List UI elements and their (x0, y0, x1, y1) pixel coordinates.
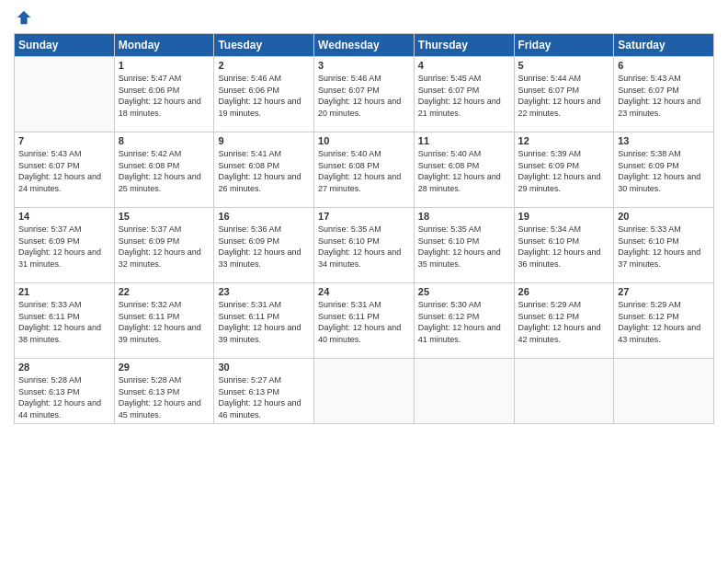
day-info: Sunrise: 5:44 AMSunset: 6:07 PMDaylight:… (518, 73, 610, 119)
day-info: Sunrise: 5:33 AMSunset: 6:11 PMDaylight:… (18, 299, 110, 345)
calendar-cell (314, 359, 415, 424)
calendar-cell: 30Sunrise: 5:27 AMSunset: 6:13 PMDayligh… (214, 359, 314, 424)
day-info: Sunrise: 5:29 AMSunset: 6:12 PMDaylight:… (518, 299, 610, 345)
day-number: 3 (318, 60, 410, 71)
calendar-cell: 26Sunrise: 5:29 AMSunset: 6:12 PMDayligh… (514, 283, 614, 359)
calendar-cell: 18Sunrise: 5:35 AMSunset: 6:10 PMDayligh… (414, 208, 514, 283)
day-number: 25 (418, 286, 510, 297)
calendar-cell: 1Sunrise: 5:47 AMSunset: 6:06 PMDaylight… (114, 57, 214, 132)
calendar-cell: 20Sunrise: 5:33 AMSunset: 6:10 PMDayligh… (614, 208, 714, 283)
week-row-2: 14Sunrise: 5:37 AMSunset: 6:09 PMDayligh… (15, 208, 714, 283)
header-day-tuesday: Tuesday (214, 34, 314, 57)
week-row-1: 7Sunrise: 5:43 AMSunset: 6:07 PMDaylight… (15, 132, 714, 208)
day-number: 10 (318, 135, 410, 146)
day-number: 20 (618, 211, 710, 222)
header-day-wednesday: Wednesday (314, 34, 415, 57)
day-number: 2 (218, 60, 310, 71)
day-number: 21 (18, 286, 110, 297)
day-number: 22 (119, 286, 210, 297)
day-info: Sunrise: 5:38 AMSunset: 6:09 PMDaylight:… (618, 148, 710, 194)
logo-icon (16, 9, 32, 26)
day-number: 27 (618, 286, 710, 297)
calendar-cell: 29Sunrise: 5:28 AMSunset: 6:13 PMDayligh… (114, 359, 214, 424)
calendar-cell: 3Sunrise: 5:46 AMSunset: 6:07 PMDaylight… (314, 57, 415, 132)
day-number: 15 (119, 211, 210, 222)
day-info: Sunrise: 5:31 AMSunset: 6:11 PMDaylight:… (218, 299, 310, 345)
calendar-cell: 6Sunrise: 5:43 AMSunset: 6:07 PMDaylight… (614, 57, 714, 132)
day-number: 16 (218, 211, 310, 222)
header-day-thursday: Thursday (414, 34, 514, 57)
calendar-cell (15, 57, 115, 132)
day-number: 11 (418, 135, 510, 146)
day-info: Sunrise: 5:45 AMSunset: 6:07 PMDaylight:… (418, 73, 510, 119)
calendar-cell: 7Sunrise: 5:43 AMSunset: 6:07 PMDaylight… (15, 132, 115, 208)
day-info: Sunrise: 5:37 AMSunset: 6:09 PMDaylight:… (119, 224, 210, 270)
day-number: 5 (518, 60, 610, 71)
day-info: Sunrise: 5:35 AMSunset: 6:10 PMDaylight:… (318, 224, 410, 270)
day-number: 1 (119, 60, 210, 71)
calendar-cell: 23Sunrise: 5:31 AMSunset: 6:11 PMDayligh… (214, 283, 314, 359)
day-info: Sunrise: 5:47 AMSunset: 6:06 PMDaylight:… (119, 73, 210, 119)
header-day-sunday: Sunday (15, 34, 115, 57)
day-info: Sunrise: 5:43 AMSunset: 6:07 PMDaylight:… (618, 73, 710, 119)
day-info: Sunrise: 5:39 AMSunset: 6:09 PMDaylight:… (518, 148, 610, 194)
calendar-cell: 16Sunrise: 5:36 AMSunset: 6:09 PMDayligh… (214, 208, 314, 283)
day-info: Sunrise: 5:27 AMSunset: 6:13 PMDaylight:… (218, 374, 310, 420)
day-info: Sunrise: 5:28 AMSunset: 6:13 PMDaylight:… (119, 374, 210, 420)
day-info: Sunrise: 5:33 AMSunset: 6:10 PMDaylight:… (618, 224, 710, 270)
week-row-0: 1Sunrise: 5:47 AMSunset: 6:06 PMDaylight… (15, 57, 714, 132)
day-number: 6 (618, 60, 710, 71)
day-info: Sunrise: 5:42 AMSunset: 6:08 PMDaylight:… (119, 148, 210, 194)
day-info: Sunrise: 5:46 AMSunset: 6:06 PMDaylight:… (218, 73, 310, 119)
calendar-cell: 27Sunrise: 5:29 AMSunset: 6:12 PMDayligh… (614, 283, 714, 359)
day-info: Sunrise: 5:46 AMSunset: 6:07 PMDaylight:… (318, 73, 410, 119)
day-info: Sunrise: 5:36 AMSunset: 6:09 PMDaylight:… (218, 224, 310, 270)
day-info: Sunrise: 5:30 AMSunset: 6:12 PMDaylight:… (418, 299, 510, 345)
day-number: 12 (518, 135, 610, 146)
header-day-friday: Friday (514, 34, 614, 57)
calendar-table: SundayMondayTuesdayWednesdayThursdayFrid… (14, 33, 714, 424)
day-number: 9 (218, 135, 310, 146)
calendar-cell: 22Sunrise: 5:32 AMSunset: 6:11 PMDayligh… (114, 283, 214, 359)
day-number: 26 (518, 286, 610, 297)
logo (14, 9, 32, 26)
day-number: 7 (18, 135, 110, 146)
day-number: 17 (318, 211, 410, 222)
week-row-4: 28Sunrise: 5:28 AMSunset: 6:13 PMDayligh… (15, 359, 714, 424)
calendar-cell: 5Sunrise: 5:44 AMSunset: 6:07 PMDaylight… (514, 57, 614, 132)
week-row-3: 21Sunrise: 5:33 AMSunset: 6:11 PMDayligh… (15, 283, 714, 359)
day-number: 19 (518, 211, 610, 222)
svg-marker-0 (17, 11, 30, 24)
day-number: 14 (18, 211, 110, 222)
calendar-cell: 2Sunrise: 5:46 AMSunset: 6:06 PMDaylight… (214, 57, 314, 132)
day-info: Sunrise: 5:37 AMSunset: 6:09 PMDaylight:… (18, 224, 110, 270)
day-number: 4 (418, 60, 510, 71)
day-info: Sunrise: 5:29 AMSunset: 6:12 PMDaylight:… (618, 299, 710, 345)
day-number: 23 (218, 286, 310, 297)
calendar-cell: 4Sunrise: 5:45 AMSunset: 6:07 PMDaylight… (414, 57, 514, 132)
day-number: 24 (318, 286, 410, 297)
calendar-cell: 17Sunrise: 5:35 AMSunset: 6:10 PMDayligh… (314, 208, 415, 283)
day-info: Sunrise: 5:32 AMSunset: 6:11 PMDaylight:… (119, 299, 210, 345)
day-info: Sunrise: 5:43 AMSunset: 6:07 PMDaylight:… (18, 148, 110, 194)
calendar-cell: 9Sunrise: 5:41 AMSunset: 6:08 PMDaylight… (214, 132, 314, 208)
header (14, 9, 714, 26)
day-number: 18 (418, 211, 510, 222)
day-number: 13 (618, 135, 710, 146)
day-info: Sunrise: 5:40 AMSunset: 6:08 PMDaylight:… (418, 148, 510, 194)
day-info: Sunrise: 5:31 AMSunset: 6:11 PMDaylight:… (318, 299, 410, 345)
calendar-cell: 21Sunrise: 5:33 AMSunset: 6:11 PMDayligh… (15, 283, 115, 359)
calendar-cell: 13Sunrise: 5:38 AMSunset: 6:09 PMDayligh… (614, 132, 714, 208)
page: SundayMondayTuesdayWednesdayThursdayFrid… (0, 0, 728, 563)
calendar-cell: 12Sunrise: 5:39 AMSunset: 6:09 PMDayligh… (514, 132, 614, 208)
calendar-cell: 11Sunrise: 5:40 AMSunset: 6:08 PMDayligh… (414, 132, 514, 208)
header-day-monday: Monday (114, 34, 214, 57)
day-number: 28 (18, 362, 110, 373)
calendar-cell (514, 359, 614, 424)
day-info: Sunrise: 5:40 AMSunset: 6:08 PMDaylight:… (318, 148, 410, 194)
day-number: 8 (119, 135, 210, 146)
calendar-cell: 25Sunrise: 5:30 AMSunset: 6:12 PMDayligh… (414, 283, 514, 359)
calendar-cell: 24Sunrise: 5:31 AMSunset: 6:11 PMDayligh… (314, 283, 415, 359)
calendar-cell: 19Sunrise: 5:34 AMSunset: 6:10 PMDayligh… (514, 208, 614, 283)
day-info: Sunrise: 5:35 AMSunset: 6:10 PMDaylight:… (418, 224, 510, 270)
